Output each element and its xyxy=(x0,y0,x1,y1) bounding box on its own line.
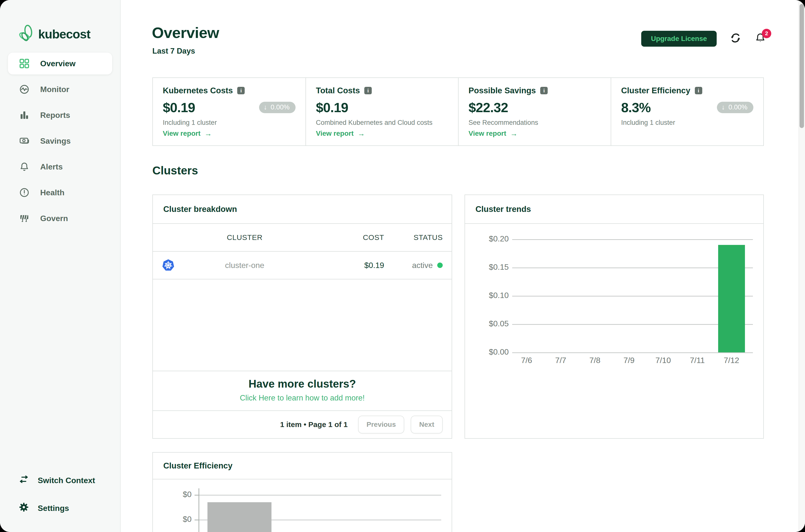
info-icon[interactable]: i xyxy=(695,87,702,94)
info-icon[interactable]: i xyxy=(237,87,245,94)
gridline xyxy=(512,324,753,325)
sidebar-item-label: Govern xyxy=(40,214,68,223)
sidebar-item-label: Overview xyxy=(40,59,75,68)
kubecost-logo[interactable]: kubecost xyxy=(19,25,90,44)
pagination-summary: 1 item • Page 1 of 1 xyxy=(280,420,348,429)
notifications-button[interactable]: 2 xyxy=(754,33,766,45)
bar-chart-icon xyxy=(19,110,29,120)
card-subtitle: See Recommendations xyxy=(468,119,601,127)
panel-title: Cluster Efficiency xyxy=(153,453,452,479)
panel-title: Cluster breakdown xyxy=(153,195,452,224)
cluster-breakdown-panel: Cluster breakdown CLUSTER COST STATUS xyxy=(152,194,452,439)
x-tick-label: 7/12 xyxy=(716,356,747,365)
bell-icon xyxy=(19,162,29,172)
cluster-trends-chart: $0.00$0.05$0.10$0.15$0.207/67/77/87/97/1… xyxy=(465,224,763,438)
view-report-link[interactable]: View report→ xyxy=(163,129,295,138)
sidebar-item-label: Health xyxy=(40,188,64,197)
card-subtitle: Combined Kubernetes and Cloud costs xyxy=(316,119,448,127)
kubecost-logo-icon xyxy=(19,25,34,44)
arrow-right-icon: → xyxy=(510,129,518,138)
gridline xyxy=(512,296,753,297)
sidebar-item-monitor[interactable]: Monitor xyxy=(8,78,112,100)
add-clusters-link[interactable]: Click Here to learn how to add more! xyxy=(153,394,452,402)
stat-card-total-costs: Total Costs i $0.19 Combined Kubernetes … xyxy=(305,78,458,146)
cluster-trends-panel: Cluster trends $0.00$0.05$0.10$0.15$0.20… xyxy=(464,194,764,439)
axis-tick xyxy=(194,495,198,495)
cluster-status: active xyxy=(384,261,452,270)
info-icon[interactable]: i xyxy=(540,87,548,94)
sidebar-item-label: Reports xyxy=(40,111,70,120)
change-badge: ↓0.00% xyxy=(259,102,295,113)
cluster-name: cluster-one xyxy=(180,261,310,270)
y-tick-label: $0.20 xyxy=(465,234,509,243)
efficiency-bar xyxy=(208,502,271,532)
x-tick-label: 7/7 xyxy=(545,356,577,365)
sidebar-item-savings[interactable]: Savings xyxy=(8,130,112,152)
card-title: Cluster Efficiency xyxy=(621,86,690,95)
arrow-right-icon: → xyxy=(205,129,212,138)
clusters-section-heading: Clusters xyxy=(152,164,198,177)
view-report-link[interactable]: View report→ xyxy=(316,129,448,138)
settings-button[interactable]: Settings xyxy=(19,502,95,514)
gridline xyxy=(512,353,753,353)
down-arrow-icon: ↓ xyxy=(721,103,725,111)
gridline xyxy=(512,267,753,268)
card-value: $22.32 xyxy=(468,100,508,115)
grid-icon xyxy=(19,59,29,69)
money-icon xyxy=(19,136,29,146)
status-dot-icon xyxy=(437,263,443,268)
info-icon[interactable]: i xyxy=(364,87,372,94)
logo-wordmark: kubecost xyxy=(38,27,90,41)
previous-page-button[interactable]: Previous xyxy=(358,416,404,434)
sidebar-item-alerts[interactable]: Alerts xyxy=(8,156,112,178)
page-title: Overview xyxy=(152,24,219,41)
sidebar-nav: Overview Monitor Reports xyxy=(8,53,112,233)
more-clusters-prompt: Have more clusters? Click Here to learn … xyxy=(153,371,452,411)
axis-tick xyxy=(194,519,198,520)
panel-title: Cluster trends xyxy=(465,195,763,224)
x-tick-label: 7/11 xyxy=(682,356,713,365)
refresh-button[interactable] xyxy=(730,33,742,45)
gridline xyxy=(198,495,441,495)
card-title: Possible Savings xyxy=(468,86,536,95)
card-value: $0.19 xyxy=(316,100,348,115)
sidebar-item-reports[interactable]: Reports xyxy=(8,104,112,126)
pagination-bar: 1 item • Page 1 of 1 Previous Next xyxy=(153,411,452,438)
cluster-efficiency-panel: Cluster Efficiency $0$0 xyxy=(152,452,452,532)
cluster-cost: $0.19 xyxy=(310,261,384,270)
topbar-actions: Upgrade License xyxy=(641,31,766,46)
app-window: kubecost Overview Mo xyxy=(0,0,805,532)
card-subtitle: Including 1 cluster xyxy=(163,119,295,127)
stat-cards-row: Kubernetes Costs i $0.19 ↓0.00% Includin… xyxy=(152,77,764,146)
gear-icon xyxy=(19,502,29,514)
sidebar-item-overview[interactable]: Overview xyxy=(8,53,112,74)
x-tick-label: 7/6 xyxy=(511,356,542,365)
scrollbar-thumb[interactable] xyxy=(800,4,804,128)
prompt-title: Have more clusters? xyxy=(153,378,452,390)
view-report-link[interactable]: View report→ xyxy=(468,129,601,138)
kubernetes-icon xyxy=(153,259,180,272)
monitor-icon xyxy=(19,84,29,94)
x-tick-label: 7/8 xyxy=(579,356,611,365)
sidebar-item-label: Alerts xyxy=(40,162,63,171)
trend-bar xyxy=(718,245,745,353)
x-tick-label: 7/10 xyxy=(647,356,679,365)
refresh-icon xyxy=(730,32,741,45)
sidebar-item-label: Savings xyxy=(40,136,71,146)
gridline xyxy=(512,239,753,240)
health-alert-icon xyxy=(19,188,29,197)
table-row[interactable]: cluster-one $0.19 active xyxy=(153,252,452,279)
next-page-button[interactable]: Next xyxy=(411,416,443,434)
stat-card-cluster-efficiency: Cluster Efficiency i 8.3% ↓0.00% Includi… xyxy=(611,78,763,146)
switch-context-button[interactable]: Switch Context xyxy=(19,474,95,486)
card-title: Total Costs xyxy=(316,86,360,95)
upgrade-license-button[interactable]: Upgrade License xyxy=(641,31,717,46)
y-tick-label: $0.00 xyxy=(465,347,509,357)
change-badge: ↓0.00% xyxy=(717,102,753,113)
sidebar-item-health[interactable]: Health xyxy=(8,182,112,204)
y-tick-label: $0 xyxy=(153,515,192,524)
sidebar-item-govern[interactable]: Govern xyxy=(8,207,112,229)
sidebar-footer: Switch Context Settings xyxy=(19,474,95,514)
cluster-efficiency-chart: $0$0 xyxy=(153,479,452,532)
x-tick-label: 7/9 xyxy=(613,356,645,365)
